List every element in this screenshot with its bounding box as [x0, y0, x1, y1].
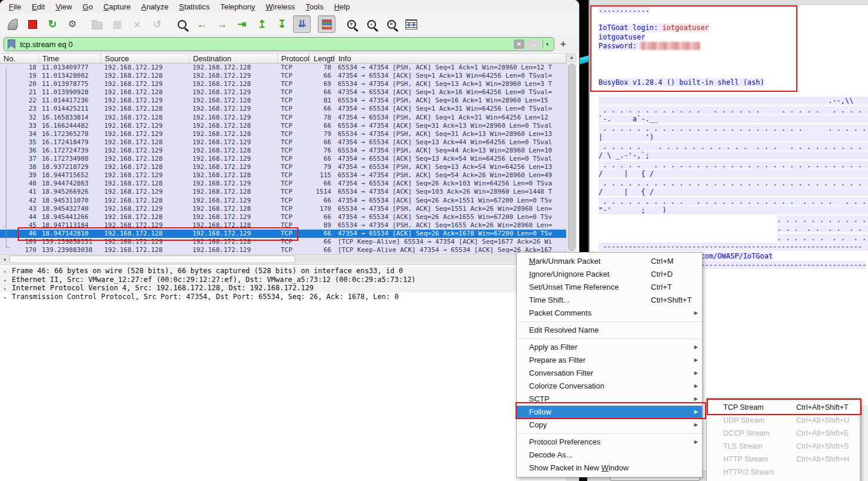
- capture-options-button[interactable]: ⚙: [64, 15, 81, 33]
- filter-dropdown-caret-icon[interactable]: ▾: [543, 39, 551, 49]
- column-header-time[interactable]: Time: [39, 54, 101, 63]
- packet-row-33[interactable]: 3316.166244482192.168.172.129192.168.172…: [0, 122, 566, 130]
- auto-scroll-button[interactable]: ⇊: [293, 15, 311, 33]
- zoom-in-button[interactable]: +: [342, 15, 360, 33]
- filter-apply-icon[interactable]: →: [526, 39, 540, 49]
- go-to-packet-button[interactable]: ⇥: [233, 15, 251, 33]
- menu-go[interactable]: Go: [77, 1, 98, 12]
- display-filter-field[interactable]: × → ▾: [4, 37, 554, 51]
- packet-list-vscrollbar[interactable]: ▲: [566, 53, 577, 254]
- context-item-set-unset-time-reference[interactable]: Set/Unset Time ReferenceCtrl+T: [517, 281, 702, 294]
- expander-icon[interactable]: ▸: [4, 293, 12, 302]
- packet-row-19[interactable]: 1911.013428002192.168.172.128192.168.172…: [0, 72, 566, 80]
- context-item-prepare-as-filter[interactable]: Prepare as Filter▶: [517, 354, 702, 367]
- context-item-protocol-preferences[interactable]: Protocol Preferences▶: [517, 436, 702, 449]
- zoom-reset-button[interactable]: =: [383, 15, 400, 33]
- packet-row-35[interactable]: 3516.172418479192.168.172.128192.168.172…: [0, 138, 566, 147]
- context-item-follow[interactable]: Follow▶: [517, 406, 702, 419]
- filter-bookmark-icon[interactable]: [8, 39, 15, 49]
- column-header-destination[interactable]: Destination: [189, 54, 278, 63]
- context-item-decode-as[interactable]: Decode As...: [517, 449, 702, 462]
- packet-row-169[interactable]: 169139.239858131192.168.172.129192.168.1…: [0, 238, 566, 246]
- menu-wireless[interactable]: Wireless: [261, 1, 301, 12]
- menu-analyze[interactable]: Analyze: [136, 1, 174, 12]
- save-file-button[interactable]: ▦: [108, 15, 126, 33]
- submenu-item-http-2-stream[interactable]: HTTP/2 Stream: [707, 466, 860, 479]
- column-header-info[interactable]: Info: [335, 54, 566, 63]
- packet-row-46[interactable]: 4618.947142810192.168.172.128192.168.172…: [0, 230, 566, 238]
- hscroll-thumb[interactable]: [9, 256, 295, 263]
- submenu-item-tcp-stream[interactable]: TCP StreamCtrl+Alt+Shift+T: [707, 401, 860, 414]
- packet-row-22[interactable]: 2211.014417236192.168.172.129192.168.172…: [0, 97, 566, 105]
- packet-row-170[interactable]: 170139.239883038192.168.172.128192.168.1…: [0, 246, 566, 254]
- detail-row-0[interactable]: ▸Frame 46: 66 bytes on wire (528 bits), …: [0, 267, 579, 276]
- scroll-up-icon[interactable]: ▲: [567, 53, 577, 62]
- menu-edit[interactable]: Edit: [26, 1, 50, 12]
- go-last-button[interactable]: ↧: [273, 15, 291, 33]
- column-header-no[interactable]: No.: [0, 54, 39, 63]
- packet-row-39[interactable]: 3918.944715652192.168.172.129192.168.172…: [0, 171, 566, 180]
- menu-view[interactable]: View: [50, 1, 77, 12]
- detail-row-3[interactable]: ▸Transmission Control Protocol, Src Port…: [0, 293, 579, 301]
- packet-row-36[interactable]: 3616.172724739192.168.172.129192.168.172…: [0, 147, 566, 155]
- follow-stream-vscrollbar[interactable]: [862, 405, 868, 481]
- menu-capture[interactable]: Capture: [98, 1, 136, 12]
- context-item-mark-unmark-packet[interactable]: Mark/Unmark PacketCtrl+M: [517, 255, 702, 268]
- vscroll-thumb[interactable]: [568, 64, 576, 251]
- packet-list-header[interactable]: No.TimeSourceDestinationProtocolLengthIn…: [0, 53, 566, 64]
- resize-columns-button[interactable]: [403, 15, 420, 33]
- display-filter-input[interactable]: [19, 39, 514, 49]
- zoom-out-button[interactable]: −: [363, 15, 380, 33]
- go-back-button[interactable]: ←: [193, 15, 211, 33]
- restart-capture-button[interactable]: ↻: [44, 15, 61, 33]
- filter-add-button[interactable]: +: [560, 38, 566, 50]
- context-item-colorize-conversation[interactable]: Colorize Conversation▶: [517, 380, 702, 393]
- filter-clear-icon[interactable]: ×: [514, 39, 524, 49]
- context-item-conversation-filter[interactable]: Conversation Filter▶: [517, 367, 702, 380]
- close-file-button[interactable]: ×: [128, 15, 146, 33]
- wireshark-fin-button[interactable]: [4, 15, 21, 33]
- packet-row-20[interactable]: 2011.013978775192.168.172.129192.168.172…: [0, 80, 566, 88]
- packet-row-43[interactable]: 4318.945432740192.168.172.129192.168.172…: [0, 205, 566, 213]
- packet-row-41[interactable]: 4118.945266926192.168.172.129192.168.172…: [0, 188, 566, 196]
- packet-row-38[interactable]: 3818.937218729192.168.172.128192.168.172…: [0, 163, 566, 171]
- submenu-item-tls-stream[interactable]: TLS StreamCtrl+Alt+Shift+S: [707, 440, 860, 453]
- go-first-button[interactable]: ↥: [253, 15, 271, 33]
- packet-row-40[interactable]: 4018.944742863192.168.172.128192.168.172…: [0, 180, 566, 188]
- expander-icon[interactable]: ▸: [4, 267, 12, 276]
- packet-list-hscrollbar[interactable]: ◂: [0, 254, 566, 264]
- detail-row-1[interactable]: ▸Ethernet II, Src: VMware_12:27:ef (00:0…: [0, 276, 579, 284]
- packet-row-21[interactable]: 2111.013990928192.168.172.128192.168.172…: [0, 88, 566, 97]
- context-item-ignore-unignore-packet[interactable]: Ignore/Unignore PacketCtrl+D: [517, 268, 702, 281]
- submenu-item-dccp-stream[interactable]: DCCP StreamCtrl+Alt+Shift+E: [707, 427, 860, 440]
- submenu-item-http-stream[interactable]: HTTP StreamCtrl+Alt+Shift+H: [707, 453, 860, 466]
- context-item-edit-resolved-name[interactable]: Edit Resolved Name: [517, 324, 702, 337]
- column-header-source[interactable]: Source: [101, 54, 189, 63]
- context-item-show-packet-in-new-window[interactable]: Show Packet in New Window: [517, 462, 702, 475]
- packet-row-32[interactable]: 3216.165833814192.168.172.128192.168.172…: [0, 114, 566, 122]
- detail-row-2[interactable]: ▸Internet Protocol Version 4, Src: 192.1…: [0, 284, 579, 293]
- column-header-protocol[interactable]: Protocol: [278, 54, 310, 63]
- find-packet-button[interactable]: [173, 15, 191, 33]
- follow-stream-titlebar[interactable]: [590, 0, 868, 5]
- menu-telephony[interactable]: Telephony: [215, 1, 260, 12]
- context-item-time-shift[interactable]: Time Shift...Ctrl+Shift+T: [517, 294, 702, 307]
- packet-row-42[interactable]: 4218.945311070192.168.172.128192.168.172…: [0, 197, 566, 205]
- stop-capture-button[interactable]: [24, 15, 41, 33]
- colorize-packets-button[interactable]: [318, 15, 335, 33]
- packet-row-23[interactable]: 2311.014425211192.168.172.128192.168.172…: [0, 105, 566, 113]
- expander-icon[interactable]: ▸: [4, 276, 12, 285]
- expander-icon[interactable]: ▸: [4, 284, 12, 293]
- submenu-item-udp-stream[interactable]: UDP StreamCtrl+Alt+Shift+U: [707, 414, 860, 427]
- context-item-apply-as-filter[interactable]: Apply as Filter▶: [517, 341, 702, 354]
- context-item-packet-comments[interactable]: Packet Comments▶: [517, 307, 702, 320]
- context-item-copy[interactable]: Copy▶: [517, 419, 702, 432]
- packet-row-44[interactable]: 4418.945441266192.168.172.128192.168.172…: [0, 213, 566, 221]
- menu-help[interactable]: Help: [329, 1, 355, 12]
- menu-statistics[interactable]: Statistics: [174, 1, 215, 12]
- packet-row-37[interactable]: 3716.172734988192.168.172.128192.168.172…: [0, 155, 566, 163]
- reload-file-button[interactable]: ↺: [148, 15, 166, 33]
- packet-row-45[interactable]: 4518.947113184192.168.172.129192.168.172…: [0, 221, 566, 230]
- go-forward-button[interactable]: →: [213, 15, 231, 33]
- menu-tools[interactable]: Tools: [300, 1, 328, 12]
